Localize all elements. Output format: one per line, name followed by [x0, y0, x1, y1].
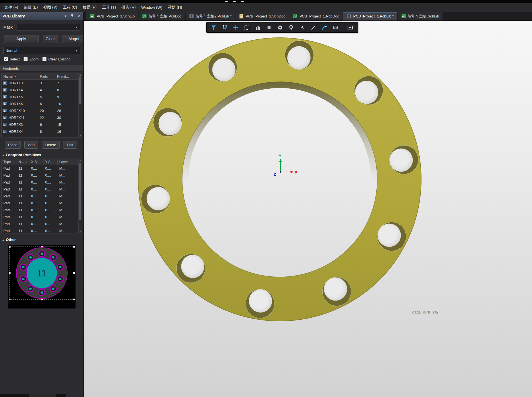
filter-icon[interactable]: [208, 23, 219, 32]
footprint-row[interactable]: HDR2X3615: [2, 121, 78, 128]
document-tab[interactable]: 智能车主板2.PcbLib *: [186, 12, 235, 21]
primitive-row[interactable]: Pad110....0....M...: [2, 172, 78, 179]
chart-icon[interactable]: [253, 23, 263, 32]
document-tab[interactable]: PCB_Project_1.PcbLib *: [343, 12, 398, 21]
document-tab[interactable]: 智能车主板.PcbDoc: [138, 12, 186, 21]
column-header-n[interactable]: N...▲: [17, 159, 29, 165]
column-header-type[interactable]: Type: [2, 159, 17, 165]
document-tab[interactable]: PCB_Project_1.SchDoc: [235, 12, 289, 21]
panel-filler: [0, 309, 83, 397]
primitive-ysize-cell: 0....: [43, 187, 58, 191]
column-header-xsize[interactable]: X-Si...: [29, 159, 43, 165]
text-icon[interactable]: A: [297, 23, 307, 32]
column-header-name[interactable]: Name▲: [2, 73, 38, 79]
column-header-ysize[interactable]: Y-Si...: [43, 159, 58, 165]
footprint-3d-body[interactable]: [138, 37, 422, 321]
scrollbar-thumb[interactable]: [79, 77, 81, 104]
footprint-primitives-header[interactable]: ▴ Footprint Primitives: [2, 153, 83, 157]
pcb-3d-viewport[interactable]: Y X Z A10 CSDN @YRr YRr: [84, 21, 532, 397]
scrollbar-track[interactable]: [79, 77, 82, 134]
select-checkbox[interactable]: ✓: [4, 57, 8, 61]
scroll-down-icon[interactable]: ▼: [79, 230, 82, 233]
footprint-row[interactable]: HDR1X559: [2, 93, 78, 100]
footprint-row[interactable]: HDR1X337: [2, 80, 78, 86]
zoom-checkbox[interactable]: ✓: [24, 57, 28, 61]
close-icon[interactable]: ×: [77, 14, 81, 18]
primitive-layer-cell: M...: [58, 194, 78, 198]
scroll-up-icon[interactable]: ▲: [79, 159, 82, 162]
clear-button[interactable]: Clear: [43, 35, 58, 43]
footprint-row[interactable]: HDR2X61221: [2, 135, 78, 137]
primitive-row[interactable]: Pad110....0....M...: [2, 193, 78, 200]
scrollbar-track[interactable]: [79, 162, 82, 230]
primitive-row[interactable]: Pad110....0....M...: [2, 179, 78, 186]
chip-icon[interactable]: [264, 23, 274, 32]
menu-item[interactable]: 工具 (T): [99, 4, 119, 11]
selection-icon[interactable]: [241, 23, 252, 32]
primitive-row[interactable]: Pad110....0....M...: [2, 207, 78, 213]
chevron-down-icon[interactable]: ▼: [63, 14, 68, 18]
preview-pad-number: 11: [37, 268, 47, 278]
menu-item[interactable]: 放置 (P): [80, 4, 99, 11]
footprint-row[interactable]: HDR2X102028: [2, 107, 78, 114]
document-tab[interactable]: PCB_Project_1.SchLib: [86, 12, 138, 21]
via-icon[interactable]: [286, 23, 296, 32]
primitive-row[interactable]: Pad110....0....M...: [2, 186, 78, 193]
column-header-layer[interactable]: Layer: [58, 159, 78, 165]
place-button[interactable]: Place: [5, 141, 21, 149]
footprint-row[interactable]: HDR2X112230: [2, 114, 78, 121]
primitive-xsize-cell: 0....: [29, 187, 43, 191]
footprint-row[interactable]: HDR1X6610: [2, 100, 78, 107]
crosshair-icon[interactable]: [230, 23, 241, 32]
footprint-preview[interactable]: 11: [8, 245, 76, 309]
scroll-up-icon[interactable]: ▲: [79, 73, 82, 77]
titlebar-mark: [225, 1, 228, 2]
menu-item[interactable]: 编辑 (E): [21, 4, 41, 11]
primitive-name-cell: 11: [17, 201, 29, 205]
footprint-row[interactable]: HDR1X448: [2, 86, 78, 93]
footprint-primitives-cell: 15: [55, 123, 78, 127]
menu-item[interactable]: 文件 (F): [2, 4, 21, 11]
mask-combo[interactable]: ▼: [17, 24, 80, 30]
edit-button[interactable]: Edit: [63, 141, 77, 149]
scroll-down-icon[interactable]: ▼: [79, 134, 82, 137]
menu-item[interactable]: 帮助 (H): [165, 4, 185, 11]
column-header-primitives[interactable]: Primit...: [55, 73, 78, 79]
menu-item[interactable]: 视图 (V): [40, 4, 60, 11]
apply-button[interactable]: Apply: [4, 35, 38, 43]
scrollbar[interactable]: ▲ ▼: [78, 73, 82, 137]
magnify-button[interactable]: Magni: [62, 35, 84, 43]
add-button[interactable]: Add: [24, 141, 38, 149]
delete-button[interactable]: Delete: [42, 141, 60, 149]
measure-icon[interactable]: 10: [330, 23, 341, 32]
scrollbar[interactable]: ▲ ▼: [78, 159, 82, 233]
document-tab[interactable]: PCB_Project_1.PcbDoc: [289, 12, 343, 21]
primitive-row[interactable]: Pad110....0....M...: [2, 200, 78, 207]
schdoc-icon: [239, 14, 244, 19]
primitive-xsize-cell: 0....: [29, 173, 43, 177]
line-icon[interactable]: [308, 23, 318, 32]
pad-icon[interactable]: [275, 23, 285, 32]
document-tab[interactable]: 智能车主板.SchLib: [398, 12, 443, 21]
display-mode-dropdown[interactable]: Normal ▼: [3, 47, 80, 54]
menu-item[interactable]: 报告 (R): [119, 4, 138, 11]
primitive-row[interactable]: Pad110....0....M...: [2, 213, 78, 220]
footprint-row[interactable]: HDR2X4816: [2, 128, 78, 135]
tab-label: PCB_Project_1.PcbLib *: [353, 14, 394, 18]
magnet-icon[interactable]: [219, 23, 230, 32]
pin-icon[interactable]: [70, 14, 74, 19]
window-titlebar: [0, 0, 532, 3]
primitive-layer-cell: M...: [58, 166, 78, 170]
column-header-pads[interactable]: Pads: [38, 73, 55, 79]
primitive-row[interactable]: Pad110....0....M...: [2, 165, 78, 172]
menu-item[interactable]: Window (W): [138, 4, 165, 11]
net-icon[interactable]: [319, 23, 330, 32]
pcb-3d-scene[interactable]: Y X Z: [84, 21, 532, 397]
clear-existing-checkbox[interactable]: ✓: [42, 57, 47, 61]
menu-item[interactable]: 工程 (C): [60, 4, 80, 11]
layer-icon[interactable]: [344, 23, 356, 32]
primitive-row[interactable]: Pad110....0....M...: [2, 227, 78, 233]
other-section-header[interactable]: ▴ Other: [2, 238, 83, 242]
scrollbar-thumb[interactable]: [79, 163, 81, 220]
primitive-row[interactable]: Pad110....0....M...: [2, 220, 78, 227]
